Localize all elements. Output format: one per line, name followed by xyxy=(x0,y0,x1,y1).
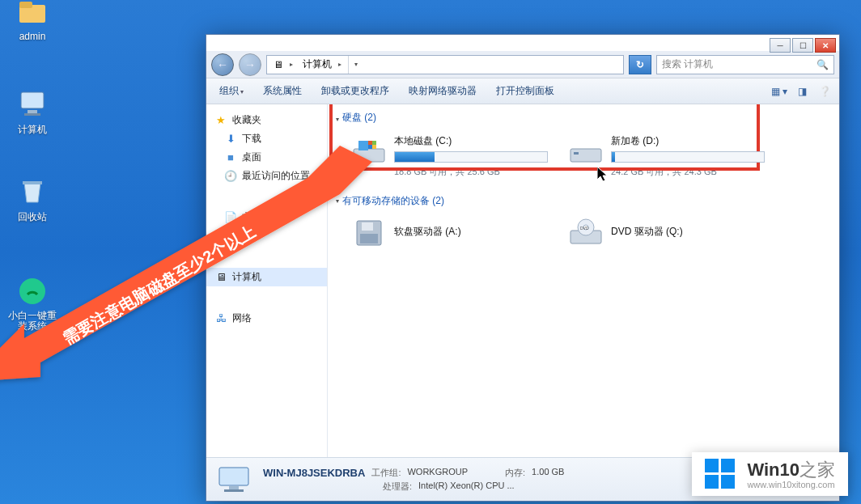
svg-rect-1 xyxy=(19,2,32,8)
window-controls: ─ ☐ ✕ xyxy=(770,38,836,53)
address-dropdown[interactable]: ▾ xyxy=(348,56,363,74)
svg-rect-23 xyxy=(229,486,239,489)
drive-usage-bar xyxy=(394,151,548,163)
drive-name: DVD 驱动器 (Q:) xyxy=(611,225,683,239)
watermark-brand: Win10 xyxy=(747,460,800,480)
drive-sub: 24.2 GB 可用，共 24.3 GB xyxy=(611,166,765,178)
computer-icon xyxy=(216,464,252,495)
svg-rect-13 xyxy=(570,149,601,162)
desktop-icon-label: admin xyxy=(19,31,46,42)
cpu-value: Intel(R) Xeon(R) CPU ... xyxy=(418,481,515,493)
folder-icon xyxy=(16,0,49,28)
forward-button[interactable]: → xyxy=(239,53,261,76)
workgroup-label: 工作组: xyxy=(371,467,401,479)
organize-button[interactable]: 组织 xyxy=(211,81,252,101)
svg-rect-2 xyxy=(21,92,44,108)
toolbar: 组织 系统属性 卸载或更改程序 映射网络驱动器 打开控制面板 ▦ ▾ ◨ ❔ xyxy=(206,78,839,104)
view-button[interactable]: ▦ ▾ xyxy=(770,83,789,100)
annotation-arrow: 需要注意电脑磁盘至少2个以上 xyxy=(0,113,380,388)
cpu-label: 处理器: xyxy=(383,481,412,493)
computer-small-icon: 🖥 xyxy=(274,59,283,70)
address-bar[interactable]: 🖥▸ 计算机▸ ▾ xyxy=(266,55,624,74)
watermark-url: www.win10xitong.com xyxy=(747,480,835,490)
sysprop-button[interactable]: 系统属性 xyxy=(255,81,310,101)
drive-q[interactable]: DVD DVD 驱动器 (Q:) xyxy=(564,211,758,255)
computer-name: WIN-MJ8JSEKDRBA xyxy=(263,467,365,479)
address-row: ← → 🖥▸ 计算机▸ ▾ ↻ 搜索 计算机 🔍 xyxy=(206,51,839,78)
drive-usage-bar xyxy=(611,151,765,163)
watermark: Win10之家 www.win10xitong.com xyxy=(692,452,848,496)
preview-pane-button[interactable]: ◨ xyxy=(792,83,812,100)
desktop-icon-admin[interactable]: admin xyxy=(6,0,58,42)
minimize-button[interactable]: ─ xyxy=(770,38,791,53)
drive-name: 软盘驱动器 (A:) xyxy=(394,225,461,239)
workgroup-value: WORKGROUP xyxy=(407,467,468,479)
ctrlpanel-button[interactable]: 打开控制面板 xyxy=(488,81,562,101)
svg-text:DVD: DVD xyxy=(580,226,589,231)
drive-name: 本地磁盘 (C:) xyxy=(394,134,548,148)
help-button[interactable]: ❔ xyxy=(815,83,834,100)
uninstall-button[interactable]: 卸载或更改程序 xyxy=(313,81,397,101)
content-area: ▾ 硬盘 (2) 本地磁盘 (C:) 18.8 GB 可用，共 25.6 GB xyxy=(328,104,839,457)
mem-value: 1.00 GB xyxy=(532,467,564,479)
breadcrumb-segment[interactable]: 计算机 xyxy=(303,57,332,71)
annotation-text: 需要注意电脑磁盘至少2个以上 xyxy=(60,222,259,348)
watermark-brand-light: 之家 xyxy=(800,460,835,480)
drive-icon xyxy=(569,134,603,168)
mem-label: 内存: xyxy=(505,467,525,479)
close-button[interactable]: ✕ xyxy=(815,38,836,53)
mapnet-button[interactable]: 映射网络驱动器 xyxy=(401,81,485,101)
maximize-button[interactable]: ☐ xyxy=(792,38,813,53)
dvd-icon: DVD xyxy=(569,216,603,250)
search-input[interactable]: 搜索 计算机 🔍 xyxy=(656,55,834,74)
drive-sub: 18.8 GB 可用，共 25.6 GB xyxy=(394,166,548,178)
windows-logo-icon xyxy=(705,459,737,491)
drive-d[interactable]: 新加卷 (D:) 24.2 GB 可用，共 24.3 GB xyxy=(564,129,758,183)
svg-rect-24 xyxy=(224,489,244,492)
svg-rect-22 xyxy=(219,468,248,485)
refresh-button[interactable]: ↻ xyxy=(629,55,651,74)
search-placeholder: 搜索 计算机 xyxy=(662,57,713,71)
back-button[interactable]: ← xyxy=(211,53,234,76)
search-icon: 🔍 xyxy=(816,59,829,70)
drive-name: 新加卷 (D:) xyxy=(611,134,765,148)
svg-rect-14 xyxy=(574,152,579,155)
